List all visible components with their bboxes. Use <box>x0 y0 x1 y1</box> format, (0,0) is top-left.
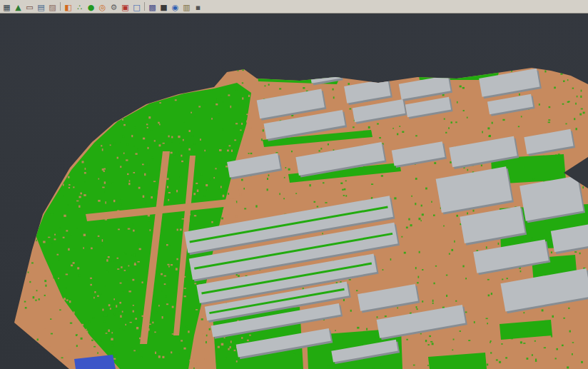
red-frame-icon[interactable]: ▣ <box>120 1 131 12</box>
texture-icon[interactable]: ▨ <box>47 1 58 12</box>
mesh-icon[interactable]: ▩ <box>147 1 158 12</box>
orange-cube-icon[interactable]: ◧ <box>63 1 74 12</box>
point-cloud-icon[interactable]: ∴ <box>74 1 85 12</box>
viewport-3d[interactable] <box>0 0 588 369</box>
green-sphere-icon[interactable]: ● <box>86 1 96 12</box>
building-shadow <box>406 61 433 76</box>
dark-cube-icon[interactable]: ■ <box>158 1 169 12</box>
app-window: { "toolbar": { "background": "#d4d0c8", … <box>0 0 588 369</box>
ruler-icon[interactable]: ▭ <box>24 1 35 12</box>
building-roof <box>404 60 431 74</box>
globe-icon[interactable]: ◉ <box>170 1 181 12</box>
terrain-icon[interactable]: ▲ <box>13 1 24 12</box>
donut-icon[interactable]: ◎ <box>97 1 108 12</box>
toolbar-separator <box>144 2 145 11</box>
histogram-icon[interactable]: ▥ <box>181 1 192 12</box>
blue-frame-icon[interactable]: □ <box>131 1 142 12</box>
layers-icon[interactable]: ▤ <box>36 1 46 12</box>
toolbar-separator <box>60 2 61 11</box>
main-toolbar: ▦▲▭▤▨◧∴●◎⚙▣□▩■◉▥▪ <box>0 0 588 14</box>
export-icon[interactable]: ▪ <box>193 1 203 12</box>
scene-svg[interactable] <box>0 0 588 369</box>
grid-icon[interactable]: ▦ <box>1 1 12 12</box>
gear-icon[interactable]: ⚙ <box>108 1 119 12</box>
